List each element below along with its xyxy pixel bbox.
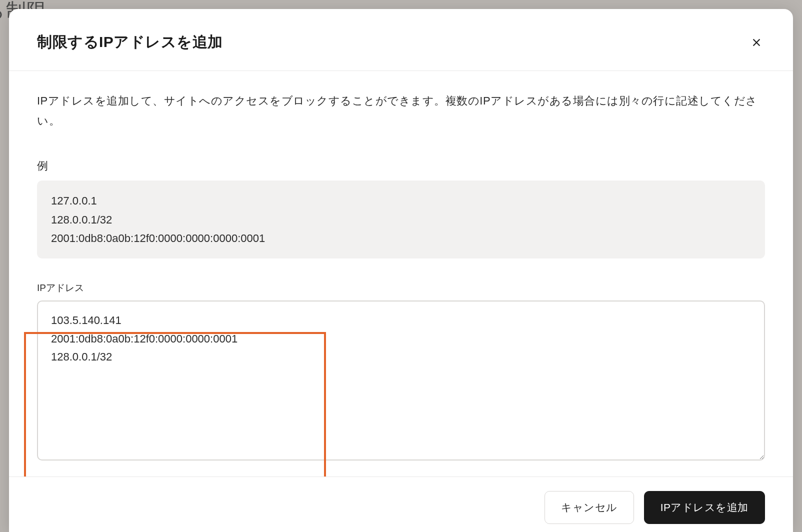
example-label: 例: [37, 158, 765, 174]
modal-description: IPアドレスを追加して、サイトへのアクセスをブロックすることができます。複数のI…: [37, 91, 765, 130]
add-ip-address-button[interactable]: IPアドレスを追加: [644, 491, 765, 524]
modal-body: IPアドレスを追加して、サイトへのアクセスをブロックすることができます。複数のI…: [9, 71, 793, 476]
close-icon: [751, 37, 762, 48]
add-ip-restriction-modal: 制限するIPアドレスを追加 IPアドレスを追加して、サイトへのアクセスをブロック…: [9, 9, 793, 532]
ip-input-section: IPアドレス: [37, 282, 765, 462]
cancel-button[interactable]: キャンセル: [544, 491, 634, 524]
modal-header: 制限するIPアドレスを追加: [9, 9, 793, 71]
ip-address-label: IPアドレス: [37, 282, 765, 294]
close-button[interactable]: [748, 34, 765, 51]
modal-title: 制限するIPアドレスを追加: [37, 32, 223, 52]
ip-address-textarea[interactable]: [37, 300, 765, 460]
modal-footer: キャンセル IPアドレスを追加: [9, 476, 793, 532]
example-box: 127.0.0.1 128.0.0.1/32 2001:0db8:0a0b:12…: [37, 180, 765, 258]
